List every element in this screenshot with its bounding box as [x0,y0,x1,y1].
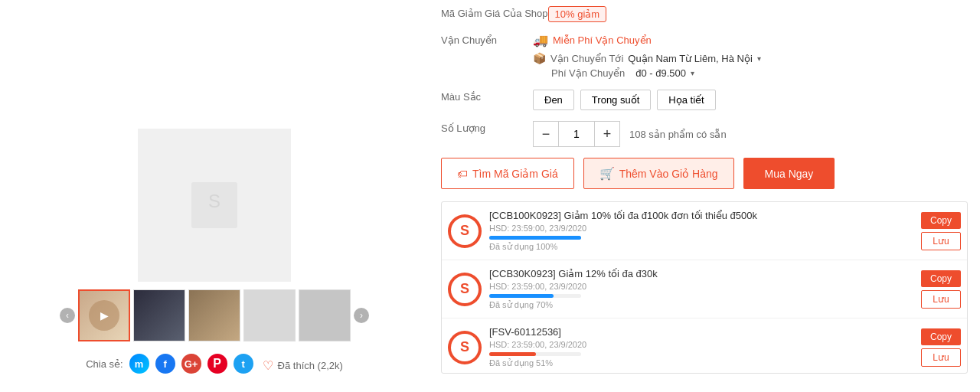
coupon-actions-2: Copy Lưu [921,270,961,309]
coupon-logo-2: S [448,273,482,306]
messenger-share-button[interactable]: m [129,354,149,374]
coupon-title-3: [FSV-60112536] [489,326,913,338]
van-chuyen-row: Vận Chuyển 🚚 Miễn Phí Vận Chuyển 📦 Vận C… [441,33,968,79]
thumb-image-2 [134,290,185,341]
thumbnail-5[interactable] [299,289,351,341]
thumbnail-4[interactable] [243,289,296,341]
share-row: Chia sẻ: m f G+ P t [86,354,253,374]
right-panel: Mã Giảm Giá Của Shop 10% giảm Vận Chuyển… [429,0,980,392]
action-buttons: 🏷 Tìm Mã Giảm Giá 🛒 Thêm Vào Giỏ Hàng Mu… [441,158,968,189]
ma-giam-gia-label: Mã Giảm Giá Của Shop [441,6,548,19]
add-cart-label: Thêm Vào Giỏ Hàng [619,168,718,180]
coupon-logo-1: S [448,214,482,248]
save-button-1[interactable]: Lưu [921,232,961,250]
left-panel: S ‹ ▶ › [0,0,429,392]
copy-button-2[interactable]: Copy [921,270,961,287]
coupon-item-1: S [CCB100K0923] Giảm 10% tối đa đ100k đơ… [442,202,967,260]
coupon-hsd-1: HSD: 23:59:00, 23/9/2020 [489,224,913,233]
shipping-to-row: 📦 Vận Chuyển Tới Quận Nam Từ Liêm, Hà Nộ… [533,52,968,64]
mau-sac-row: Màu Sắc Đen Trong suốt Họa tiết [441,90,968,110]
copy-button-3[interactable]: Copy [921,328,961,345]
coupon-used-1: Đã sử dụng 100% [489,242,913,252]
ma-giam-gia-row: Mã Giảm Giá Của Shop 10% giảm [441,6,968,22]
thumbnail-2[interactable] [133,289,185,341]
color-trong-suot-button[interactable]: Trong suốt [580,90,651,110]
coupon-hsd-3: HSD: 23:59:00, 23/9/2020 [489,340,913,349]
coupon-info-3: [FSV-60112536] HSD: 23:59:00, 23/9/2020 … [489,326,913,368]
coupon-progress-fill-1 [489,236,581,240]
shipping-fee-row: Phí Vận Chuyển đ0 - đ9.500 ▾ [533,67,968,79]
qty-section: − + 108 sản phẩm có sẵn [533,121,968,147]
find-coupon-label: Tìm Mã Giảm Giá [472,168,558,180]
qty-decrease-button[interactable]: − [534,122,558,146]
next-thumb-button[interactable]: › [354,308,369,323]
thumb-image-3 [189,290,240,341]
thumb-image-1: ▶ [80,291,129,340]
coupon-item-3: S [FSV-60112536] HSD: 23:59:00, 23/9/202… [442,318,967,374]
qty-input[interactable] [558,122,595,146]
buy-now-button[interactable]: Mua Ngay [743,158,835,189]
qty-increase-button[interactable]: + [595,122,619,146]
van-chuyen-label: Vận Chuyển [441,33,533,46]
ma-giam-gia-value: 10% giảm [548,6,968,22]
coupon-list: S [CCB100K0923] Giảm 10% tối đa đ100k đơ… [441,201,968,374]
color-options: Đen Trong suốt Họa tiết [533,90,968,110]
heart-icon: ♡ [263,358,273,373]
coupon-used-3: Đã sử dụng 51% [489,358,913,368]
coupon-info-2: [CCB30K0923] Giảm 12% tối đa đ30k HSD: 2… [489,268,913,310]
mau-sac-label: Màu Sắc [441,90,533,103]
main-product-image: S [138,129,291,282]
coupon-progress-bar-3 [489,352,581,356]
mien-phi-row: 🚚 Miễn Phí Vận Chuyển [533,33,968,47]
thumb-image-4 [244,290,295,341]
save-button-2[interactable]: Lưu [921,290,961,309]
facebook-share-button[interactable]: f [155,354,175,374]
coupon-used-2: Đã sử dụng 70% [489,300,913,310]
thumbnail-1[interactable]: ▶ [78,289,130,341]
pinterest-share-button[interactable]: P [207,354,227,374]
color-den-button[interactable]: Đen [533,90,574,110]
coupon-item-2: S [CCB30K0923] Giảm 12% tối đa đ30k HSD:… [442,260,967,318]
tag-icon: 🏷 [457,168,468,180]
coupon-actions-1: Copy Lưu [921,212,961,250]
location-link[interactable]: Quận Nam Từ Liêm, Hà Nội [628,53,752,64]
buy-now-label: Mua Ngay [765,168,814,180]
so-luong-row: Số Lượng − + 108 sản phẩm có sẵn [441,121,968,147]
van-chuyen-info: 🚚 Miễn Phí Vận Chuyển 📦 Vận Chuyển Tới Q… [533,33,968,79]
quantity-control: − + [533,121,620,147]
coupon-progress-bar-1 [489,236,581,240]
thumbnail-strip: ‹ ▶ › [60,289,369,341]
phi-van-chuyen-value: đ0 - đ9.500 [635,67,686,79]
like-row: ♡ Đã thích (2,2k) [263,358,343,373]
truck-icon: 🚚 [533,33,548,47]
chevron-down-icon: ▾ [757,54,761,63]
fee-chevron-icon: ▾ [691,69,694,77]
phi-van-chuyen-label: Phí Vận Chuyển [551,67,625,79]
thumbnail-3[interactable] [188,289,240,341]
coupon-info-1: [CCB100K0923] Giảm 10% tối đa đ100k đơn … [489,210,913,252]
color-hoa-tiet-button[interactable]: Họa tiết [657,90,715,110]
placeholder-icon: S [191,182,237,228]
coupon-progress-fill-3 [489,352,536,356]
twitter-share-button[interactable]: t [234,354,253,374]
copy-button-1[interactable]: Copy [921,212,961,229]
coupon-title-2: [CCB30K0923] Giảm 12% tối đa đ30k [489,268,913,279]
like-count-text: Đã thích (2,2k) [278,360,343,371]
qty-stock-text: 108 sản phẩm có sẵn [629,129,727,140]
location-icon: 📦 [533,52,546,64]
coupon-actions-3: Copy Lưu [921,328,961,367]
save-button-3[interactable]: Lưu [921,348,961,367]
svg-text:S: S [208,191,220,211]
discount-tag: 10% giảm [548,6,607,22]
coupon-progress-bar-2 [489,294,581,298]
google-share-button[interactable]: G+ [181,354,201,374]
coupon-logo-3: S [448,331,482,364]
add-to-cart-button[interactable]: 🛒 Thêm Vào Giỏ Hàng [583,158,734,189]
coupon-hsd-2: HSD: 23:59:00, 23/9/2020 [489,282,913,291]
prev-thumb-button[interactable]: ‹ [60,308,75,323]
van-chuyen-toi-label: Vận Chuyển Tới [550,53,623,64]
coupon-title-1: [CCB100K0923] Giảm 10% tối đa đ100k đơn … [489,210,913,221]
mien-phi-text: Miễn Phí Vận Chuyển [553,34,652,46]
find-coupon-button[interactable]: 🏷 Tìm Mã Giảm Giá [441,158,574,189]
share-label: Chia sẻ: [86,358,122,370]
